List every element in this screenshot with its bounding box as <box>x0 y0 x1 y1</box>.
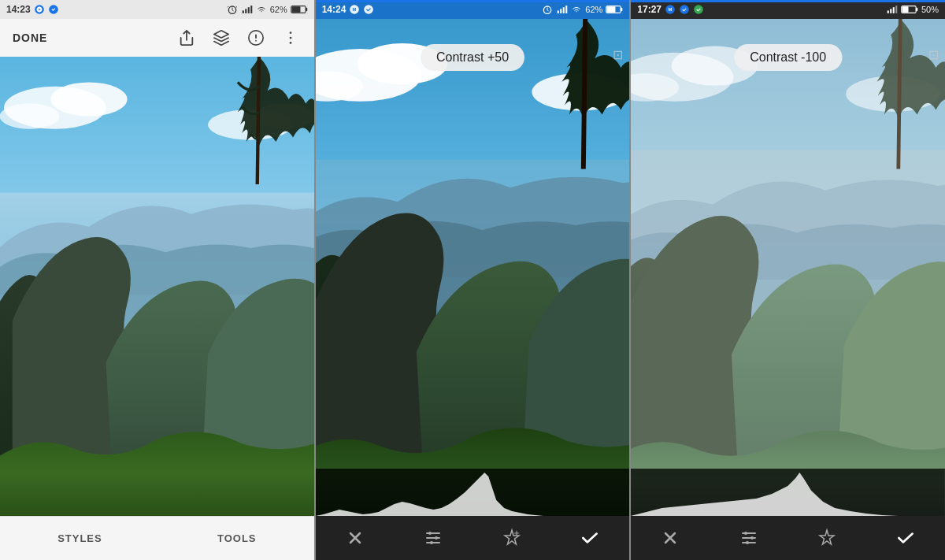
wifi-icon-1 <box>256 5 267 14</box>
panel-2: 14:24 M 62% Contrast +50 ⊡ <box>316 0 630 560</box>
battery-label-1: 62% <box>270 5 287 14</box>
signal-icon-3 <box>887 5 898 14</box>
alarm-icon-1 <box>226 5 239 14</box>
signal-icon-1 <box>242 5 253 14</box>
battery-icon-2 <box>606 5 623 14</box>
svg-text:M: M <box>353 7 357 12</box>
check-badge-icon <box>48 4 59 15</box>
layers-icon[interactable] <box>210 27 232 49</box>
svg-rect-48 <box>888 10 889 13</box>
svg-rect-9 <box>291 6 300 12</box>
bottom-bar-3 <box>631 516 945 560</box>
svg-rect-54 <box>902 6 908 12</box>
svg-line-39 <box>583 19 584 169</box>
svg-rect-49 <box>890 9 891 13</box>
svg-point-42 <box>435 536 438 540</box>
svg-rect-4 <box>245 9 246 13</box>
svg-rect-26 <box>558 10 559 13</box>
status-time-3: 17:27 M <box>637 4 704 15</box>
top-nav-1: DONE <box>0 19 314 57</box>
confirm-button-2[interactable] <box>576 524 604 552</box>
battery-icon-3 <box>901 5 918 14</box>
done-button[interactable]: DONE <box>13 32 47 44</box>
svg-point-13 <box>289 42 291 44</box>
svg-rect-32 <box>607 6 616 12</box>
signal-icon-2 <box>557 5 568 14</box>
svg-point-17 <box>0 103 59 128</box>
check-badge-2 <box>363 4 374 15</box>
photo-2: Contrast +50 ⊡ <box>316 19 630 516</box>
close-button-3[interactable] <box>656 524 684 552</box>
status-time-2: 14:24 M <box>322 4 375 15</box>
wifi-icon-2 <box>571 5 582 14</box>
bottom-bar-1: STYLES TOOLS <box>0 516 314 560</box>
mountain-scene-1 <box>0 57 314 516</box>
photo-3: Contrast -100 ⊡ <box>631 19 945 516</box>
svg-rect-6 <box>250 6 252 13</box>
status-right-2: 62% <box>541 5 623 14</box>
svg-point-0 <box>35 5 44 14</box>
svg-rect-8 <box>306 8 307 11</box>
svg-rect-53 <box>916 8 917 11</box>
svg-point-11 <box>289 32 291 34</box>
photo-1 <box>0 57 314 516</box>
battery-label-2: 62% <box>585 5 602 14</box>
battery-icon-1 <box>291 5 308 14</box>
svg-rect-27 <box>561 9 562 13</box>
sliders-button-2[interactable] <box>419 524 447 552</box>
msg-icon <box>34 4 45 15</box>
alarm-icon-2 <box>541 5 554 14</box>
svg-rect-28 <box>563 7 565 13</box>
contrast-badge-2: Contrast +50 <box>421 44 524 71</box>
active-tab-indicator-2 <box>316 0 630 2</box>
status-bar-3: 17:27 M 50% <box>631 0 945 19</box>
battery-label-3: 50% <box>921 5 939 14</box>
status-right-3: 50% <box>887 5 939 14</box>
svg-rect-51 <box>895 6 897 13</box>
svg-line-21 <box>258 57 259 184</box>
svg-point-47 <box>694 5 703 14</box>
split-handle-3[interactable]: ⊡ <box>928 47 939 62</box>
share-icon[interactable] <box>176 27 198 49</box>
sliders-button-3[interactable] <box>735 524 763 552</box>
contrast-badge-3: Contrast -100 <box>734 44 842 71</box>
svg-point-24 <box>365 5 374 14</box>
active-tab-indicator-3 <box>631 0 945 2</box>
check-badge-4 <box>693 4 704 15</box>
close-button-2[interactable] <box>341 524 369 552</box>
svg-point-43 <box>430 541 433 544</box>
svg-point-64 <box>750 536 754 540</box>
check-badge-3 <box>679 4 690 15</box>
svg-point-65 <box>746 541 749 544</box>
panel-3: 17:27 M 50% Contrast -100 ⊡ <box>631 0 945 560</box>
svg-rect-3 <box>242 10 243 13</box>
svg-point-46 <box>680 5 689 14</box>
svg-point-12 <box>289 37 291 39</box>
mountain-scene-2 <box>316 19 630 516</box>
histogram-3 <box>631 469 945 516</box>
tab-tools[interactable]: TOOLS <box>217 532 257 544</box>
svg-rect-31 <box>621 8 622 11</box>
msg-icon-2: M <box>349 4 360 15</box>
msg-icon-3: M <box>665 4 676 15</box>
status-time-1: 14:23 <box>6 4 59 15</box>
sparkle-button-3[interactable] <box>813 524 841 552</box>
svg-rect-29 <box>566 6 568 13</box>
histogram-2 <box>316 469 630 516</box>
status-bar-1: 14:23 62% <box>0 0 314 19</box>
svg-rect-50 <box>893 7 895 13</box>
mountain-scene-3 <box>631 19 945 516</box>
status-bar-2: 14:24 M 62% <box>316 0 630 19</box>
svg-text:M: M <box>669 7 673 12</box>
sparkle-button-2[interactable] <box>498 524 526 552</box>
info-icon[interactable] <box>245 27 267 49</box>
bottom-bar-2 <box>316 516 630 560</box>
more-icon[interactable] <box>280 27 302 49</box>
panel-1: 14:23 62% DONE <box>0 0 314 560</box>
svg-point-41 <box>428 532 432 535</box>
split-handle-2[interactable]: ⊡ <box>613 47 623 62</box>
confirm-button-3[interactable] <box>891 524 920 552</box>
status-right-1: 62% <box>226 5 308 14</box>
svg-line-61 <box>899 19 900 169</box>
tab-styles[interactable]: STYLES <box>57 532 102 544</box>
